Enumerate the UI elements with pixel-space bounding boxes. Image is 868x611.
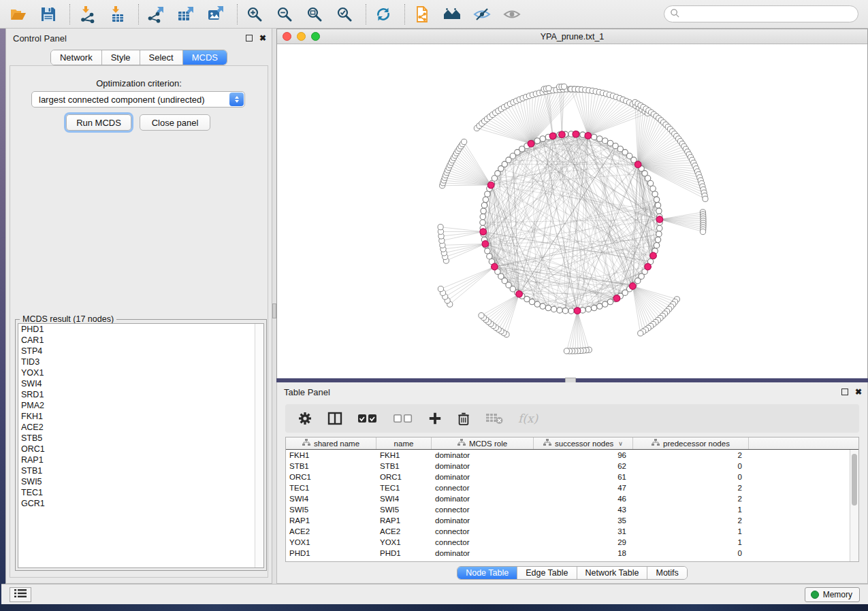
mcds-node[interactable] [482, 241, 489, 248]
tab-motifs[interactable]: Motifs [647, 567, 686, 579]
run-mcds-button[interactable]: Run MCDS [66, 114, 131, 131]
network-node[interactable] [534, 301, 540, 307]
close-table-panel-icon[interactable]: ✖ [855, 389, 862, 395]
leaf-node[interactable] [438, 286, 443, 292]
table-row[interactable]: YOX1YOX1connector291 [286, 537, 858, 548]
network-node[interactable] [607, 299, 613, 304]
network-node[interactable] [591, 305, 596, 310]
memory-button[interactable]: Memory [805, 587, 860, 602]
mcds-result-item[interactable]: TID3 [18, 357, 263, 367]
network-node[interactable] [656, 231, 662, 237]
mcds-node[interactable] [613, 295, 620, 302]
leaf-node[interactable] [546, 86, 551, 91]
network-canvas[interactable] [277, 44, 867, 378]
network-node[interactable] [483, 197, 488, 202]
network-node[interactable] [597, 136, 602, 142]
mcds-node[interactable] [574, 308, 581, 314]
table-row[interactable]: ORC1ORC1dominator610 [286, 472, 858, 482]
zoom-selected-icon[interactable] [334, 4, 355, 24]
mcds-node[interactable] [516, 291, 523, 297]
export-image-icon[interactable] [206, 4, 226, 24]
network-node[interactable] [655, 202, 660, 208]
refresh-layout-icon[interactable] [373, 4, 393, 24]
network-node[interactable] [602, 138, 608, 144]
task-history-button[interactable] [10, 587, 31, 602]
mcds-node[interactable] [480, 229, 487, 235]
network-node[interactable] [585, 306, 591, 312]
network-node[interactable] [562, 308, 568, 314]
mcds-result-item[interactable]: ACE2 [18, 422, 263, 433]
network-node[interactable] [657, 225, 662, 231]
search-field[interactable] [664, 5, 858, 22]
network-node[interactable] [557, 308, 562, 313]
mcds-result-item[interactable]: STB5 [18, 433, 263, 444]
network-node[interactable] [540, 303, 545, 309]
network-node[interactable] [591, 134, 596, 139]
column-header-shared-name[interactable]: shared name [286, 437, 376, 449]
close-panel-button[interactable]: Close panel [140, 114, 210, 131]
leaf-node[interactable] [564, 348, 569, 354]
column-header-predecessor-nodes[interactable]: predecessor nodes [633, 437, 749, 449]
show-all-icon[interactable] [502, 4, 522, 24]
column-header-MCDS-role[interactable]: MCDS role [432, 437, 534, 449]
network-node[interactable] [551, 306, 556, 312]
leaf-node[interactable] [462, 139, 467, 144]
zoom-out-icon[interactable] [274, 4, 295, 24]
mcds-node[interactable] [487, 182, 494, 188]
mcds-result-item[interactable]: RAP1 [18, 455, 263, 465]
table-row[interactable]: PHD1PHD1dominator180 [286, 548, 858, 559]
add-column-icon[interactable] [428, 408, 442, 429]
network-node[interactable] [568, 308, 574, 314]
mcds-node[interactable] [634, 161, 641, 168]
export-network-icon[interactable] [146, 4, 166, 24]
close-panel-icon[interactable]: ✖ [259, 35, 266, 42]
show-columns-icon[interactable] [327, 408, 342, 429]
network-node[interactable] [480, 220, 485, 225]
tab-node-table[interactable]: Node Table [457, 567, 517, 579]
float-panel-icon[interactable] [246, 35, 253, 42]
float-table-panel-icon[interactable] [841, 389, 848, 395]
leaf-node[interactable] [479, 313, 484, 318]
leaf-node[interactable] [700, 229, 705, 234]
settings-gear-icon[interactable] [298, 408, 312, 429]
tab-network[interactable]: Network [51, 50, 102, 65]
mcds-node[interactable] [656, 216, 663, 223]
mcds-result-item[interactable]: TEC1 [18, 487, 263, 498]
column-header-name[interactable]: name [376, 437, 432, 449]
duplicate-network-icon[interactable] [412, 4, 432, 24]
table-row[interactable]: STB1STB1dominator620 [286, 461, 858, 472]
deselect-all-rows-icon[interactable] [393, 408, 413, 429]
zoom-fit-content-icon[interactable] [304, 4, 325, 24]
zoom-in-icon[interactable] [244, 4, 265, 24]
network-node[interactable] [485, 248, 490, 254]
network-node[interactable] [485, 191, 490, 197]
network-node[interactable] [480, 214, 485, 219]
network-node[interactable] [540, 136, 545, 142]
mcds-result-item[interactable]: STB1 [18, 465, 263, 476]
table-row[interactable]: SWI5SWI5connector431 [286, 504, 858, 515]
select-all-rows-icon[interactable] [357, 408, 378, 429]
table-row[interactable]: RAP1RAP1dominator352 [286, 515, 858, 526]
network-node[interactable] [487, 254, 492, 259]
table-row[interactable]: SWI4SWI4dominator462 [286, 493, 858, 504]
mcds-node[interactable] [585, 133, 592, 139]
mcds-node[interactable] [573, 131, 579, 137]
network-node[interactable] [647, 180, 653, 186]
hide-selected-icon[interactable] [472, 4, 492, 24]
open-file-icon[interactable] [8, 4, 29, 24]
network-node[interactable] [654, 242, 659, 248]
mcds-node[interactable] [549, 133, 556, 139]
mcds-node[interactable] [650, 252, 657, 259]
tab-network-table[interactable]: Network Table [577, 567, 648, 579]
tab-select[interactable]: Select [140, 50, 183, 65]
network-node[interactable] [545, 305, 551, 310]
mcds-result-item[interactable]: SRD1 [18, 389, 263, 400]
table-scrollbar-thumb[interactable] [852, 454, 857, 506]
network-node[interactable] [652, 191, 658, 197]
mcds-result-item[interactable]: STP4 [18, 346, 263, 357]
leaf-node[interactable] [438, 225, 443, 230]
network-node[interactable] [534, 138, 540, 144]
mcds-node[interactable] [630, 283, 637, 290]
table-scrollbar[interactable] [850, 450, 858, 561]
export-table-icon[interactable] [176, 4, 196, 24]
